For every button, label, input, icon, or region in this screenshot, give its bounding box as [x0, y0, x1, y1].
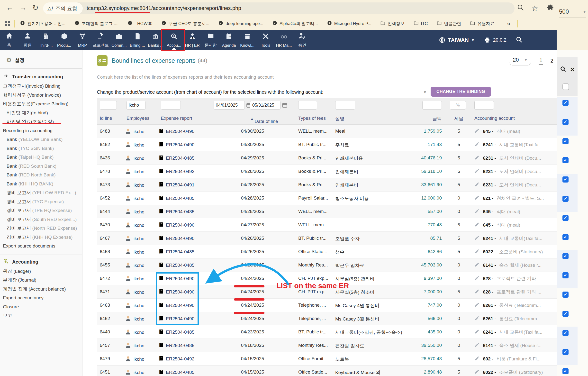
row-checkbox[interactable]: ✓	[562, 100, 568, 106]
row-checkbox[interactable]: ✓	[562, 253, 568, 259]
cell-accounting-account[interactable]: 645 -식대 (meal)	[474, 128, 520, 135]
cell-accounting-account[interactable]: 6241 -시내 교통비(Taxi fa...	[474, 235, 542, 242]
pencil-icon[interactable]	[474, 182, 480, 188]
reload-icon[interactable]: ↻	[32, 3, 38, 12]
cell-accounting-account[interactable]: 6241 -시내 교통비(Taxi fa...	[474, 329, 542, 335]
url-text[interactable]: tcamp32.synology.me:8041/accountancy/exp…	[87, 5, 241, 11]
pencil-icon[interactable]	[474, 222, 480, 228]
cell-employee[interactable]: ikcho	[125, 288, 144, 296]
change-binding-button[interactable]: CHANGE THE BINDING	[430, 87, 491, 97]
nav-item-tools[interactable]: Tools	[256, 30, 275, 50]
cell-employee[interactable]: ikcho	[125, 235, 144, 243]
sidebar-group-accounting[interactable]: $Accounting	[0, 257, 82, 267]
page-link-2[interactable]: 2	[551, 58, 554, 64]
pencil-icon[interactable]	[474, 302, 480, 309]
row-checkbox[interactable]: ✓	[562, 234, 568, 240]
cell-employee[interactable]: ikcho	[125, 355, 144, 363]
nav-item-calendar[interactable]: Agenda	[220, 30, 238, 50]
row-checkbox[interactable]: ✓	[562, 330, 568, 336]
nav-item-invoice[interactable]: Billing ...	[128, 30, 147, 50]
cell-employee[interactable]: ikcho	[125, 128, 144, 136]
bookmark-item[interactable]: 구글 CEO도 흥분시...	[161, 21, 209, 27]
pencil-icon[interactable]	[474, 355, 480, 362]
cell-accounting-account[interactable]: 6261 -통신료 (Telecomm...	[474, 315, 541, 322]
cell-expense-report[interactable]: ER2504-0485	[158, 342, 194, 349]
sidebar-item[interactable]: 바인딩 대기(to bind)	[0, 108, 82, 118]
cell-expense-report[interactable]: ER2504-0485	[158, 155, 194, 161]
cell-accounting-account[interactable]: 602 -비품 (Furniture & Fi...	[474, 355, 541, 362]
cell-expense-report[interactable]: ER2504-0490	[158, 235, 194, 242]
pencil-icon[interactable]	[474, 262, 480, 269]
panel-close-icon[interactable]: ✕	[570, 67, 575, 72]
cell-expense-report[interactable]: ER2504-0485	[158, 369, 194, 376]
sidebar-item[interactable]: 보고	[0, 311, 82, 320]
filter-amount-input[interactable]	[422, 101, 442, 109]
pencil-icon[interactable]	[474, 128, 480, 135]
pencil-icon[interactable]	[474, 155, 480, 161]
nav-item-briefcase[interactable]: Comm...	[110, 30, 128, 50]
cell-accounting-account[interactable]: 6141 -숙소 월세 (House r...	[474, 262, 542, 269]
col-types-of-fees[interactable]: Types of fees	[298, 116, 326, 121]
cell-employee[interactable]: ikcho	[125, 181, 144, 189]
nav-item-project[interactable]: 프로젝트	[92, 30, 110, 50]
row-checkbox[interactable]: ✓	[562, 368, 568, 374]
col-vat-rate[interactable]: 세율	[449, 116, 469, 122]
region-selector[interactable]: TAIWAN ▼	[439, 37, 475, 43]
nav-item-glasses[interactable]: HR Ma...	[275, 30, 293, 50]
nav-item-user[interactable]: 회원	[18, 30, 36, 50]
sidebar-item[interactable]: Bank (KHH HQ BANK)	[0, 180, 82, 189]
pencil-icon[interactable]	[474, 195, 480, 202]
nav-item-user-tie[interactable]: HR | ER	[183, 30, 201, 50]
filter-report-input[interactable]	[161, 101, 181, 109]
cell-expense-report[interactable]: ER2504-0485	[158, 262, 194, 269]
cell-expense-report[interactable]: ER2504-0492	[158, 168, 194, 175]
cell-accounting-account[interactable]: 6241 -시내 교통비(Taxi fa...	[474, 141, 542, 148]
nav-search-icon[interactable]	[516, 36, 523, 44]
filter-date-to-input[interactable]	[250, 101, 281, 109]
cell-expense-report[interactable]: ER2504-0485	[158, 208, 194, 215]
sidebar-item[interactable]: 경비 보고서 (TYC Expense)	[0, 197, 82, 206]
cell-expense-report[interactable]: ER2504-0490	[158, 222, 194, 228]
cell-employee[interactable]: ikcho	[125, 262, 144, 269]
cell-employee[interactable]: ikcho	[125, 302, 144, 310]
bookmark-item[interactable]: 조대협의 블로그 :...	[74, 21, 119, 27]
cell-accounting-account[interactable]: 6022 -소모품비 (Stationary)	[474, 248, 543, 255]
cell-employee[interactable]: ikcho	[125, 168, 144, 176]
cell-employee[interactable]: ikcho	[125, 141, 144, 149]
pencil-icon[interactable]	[474, 235, 480, 242]
cell-accounting-account[interactable]: 628 -프로젝트 관련 기타 ...	[474, 275, 541, 282]
sidebar-item[interactable]: Recording in accounting	[0, 126, 82, 135]
filter-id-input[interactable]	[100, 101, 117, 109]
cell-employee[interactable]: ikcho	[125, 248, 144, 256]
cell-employee[interactable]: ikcho	[125, 195, 144, 203]
row-checkbox[interactable]: ✓	[562, 138, 568, 144]
row-checkbox[interactable]: ✓	[562, 311, 568, 317]
sidebar-item[interactable]: Export source documents	[0, 242, 82, 251]
print-version[interactable]: 20.0.2	[484, 37, 506, 43]
bookmarks-overflow-chevron[interactable]: »	[507, 20, 510, 28]
sidebar-item[interactable]: 경비 보고서 (YELLOW RED Ex...)	[0, 188, 82, 197]
sidebar-item[interactable]: Bank (RED North Bank)	[0, 171, 82, 180]
filter-description-input[interactable]	[335, 101, 355, 109]
cell-expense-report[interactable]: ER2504-0485	[158, 329, 194, 336]
cell-expense-report[interactable]: ER2504-0490	[158, 128, 194, 135]
select-all-checkbox[interactable]	[562, 84, 569, 90]
back-icon[interactable]: ←	[6, 3, 13, 12]
cell-accounting-account[interactable]: 6141 -숙소 월세 (House r...	[474, 342, 542, 349]
sidebar-item[interactable]: 경비 보고서 (South RED Expen...)	[0, 215, 82, 224]
pencil-icon[interactable]	[474, 248, 480, 255]
cell-employee[interactable]: ikcho	[125, 315, 144, 323]
sidebar-item[interactable]: 바인딩 완료(조정/수정)	[0, 117, 82, 126]
sidebar-item[interactable]: 계정별 집계 (Account balance)	[0, 285, 82, 294]
zoom-lens-icon[interactable]	[517, 4, 524, 12]
cell-employee[interactable]: ikcho	[125, 329, 144, 336]
bookmark-item[interactable]: deep learning ope...	[218, 21, 263, 27]
col-description[interactable]: 설명	[335, 116, 345, 122]
sidebar-item[interactable]: 협력사청구 (Vendor Invoice)	[0, 91, 82, 100]
row-checkbox[interactable]: ✓	[562, 119, 568, 125]
sidebar-item[interactable]: Bank (RED South Bank)	[0, 162, 82, 171]
pencil-icon[interactable]	[474, 141, 480, 148]
row-checkbox[interactable]: ✓	[562, 272, 568, 279]
col-employees[interactable]: Employees	[126, 116, 149, 121]
sidebar-item[interactable]: 비용전표묶음(Expense Binding)	[0, 99, 82, 108]
